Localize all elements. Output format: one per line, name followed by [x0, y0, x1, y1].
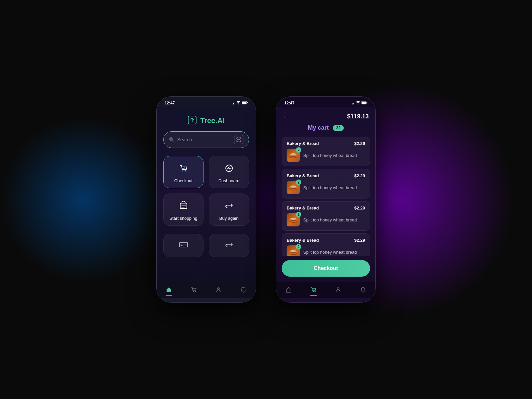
svg-rect-15 [362, 102, 366, 104]
cart-item-body: 2 Split top honey wheat bread [287, 149, 365, 162]
svg-point-7 [228, 168, 230, 169]
cart-item-qty: 2 [296, 180, 301, 185]
phone-cart: 12:47 ▲ [276, 96, 376, 303]
svg-point-37 [313, 291, 314, 292]
cart-item-body: 2 Split top honey wheat bread [287, 181, 365, 194]
partial-item-1 [163, 234, 203, 257]
svg-point-39 [337, 288, 339, 290]
cart-item-product-name: Split top honey wheat bread [303, 217, 357, 222]
status-bar-home: 12:47 ▲ [157, 97, 256, 107]
buy-again-icon [224, 200, 234, 212]
svg-rect-16 [367, 102, 367, 103]
nav-home-cart[interactable] [285, 286, 292, 293]
bottom-nav-cart [276, 282, 375, 298]
svg-rect-1 [242, 102, 246, 104]
battery-icon-cart [361, 101, 367, 105]
cart-item: Bakery & Bread $2.29 [282, 201, 370, 231]
svg-point-35 [291, 250, 296, 252]
home-screen-content: Tree.AI 🔍 Search [157, 107, 256, 298]
status-icons-home: ▲ [232, 101, 248, 105]
svg-rect-10 [181, 245, 183, 246]
checkout-menu-item[interactable]: Checkout [163, 156, 203, 188]
nav-cart-home[interactable] [191, 286, 197, 293]
nav-notif-home[interactable] [240, 286, 247, 293]
cart-item-price: $2.29 [354, 173, 365, 178]
cart-item-image-wrapper: 2 [287, 181, 300, 194]
bottom-nav-home [157, 282, 256, 298]
cart-item-qty: 2 [296, 244, 301, 249]
back-button[interactable]: ← [283, 113, 290, 120]
svg-point-30 [291, 218, 296, 220]
svg-rect-36 [291, 252, 296, 253]
partial-card-icon [179, 241, 188, 250]
svg-rect-9 [180, 242, 188, 247]
cart-item-qty: 2 [296, 147, 301, 153]
svg-point-20 [291, 153, 296, 155]
cart-item-category: Bakery & Bread [287, 173, 319, 178]
search-bar[interactable]: 🔍 Search [163, 131, 249, 148]
status-bar-cart: 12:47 ▲ [276, 97, 375, 107]
nav-profile-home[interactable] [215, 286, 222, 293]
nav-cart-cart[interactable] [310, 286, 317, 293]
cart-item-product-name: Split top honey wheat bread [303, 185, 357, 190]
checkout-button[interactable]: Checkout [282, 260, 370, 277]
cart-title-row: My cart 22 [276, 123, 375, 137]
checkout-icon [178, 163, 189, 175]
phones-container: 12:47 ▲ [156, 96, 376, 303]
cart-item-header: Bakery & Bread $2.29 [287, 205, 365, 210]
cart-item-image-wrapper: 2 [287, 213, 300, 226]
cart-item-category: Bakery & Bread [287, 205, 319, 210]
cart-item-product-name: Split top honey wheat bread [303, 153, 357, 158]
svg-rect-26 [291, 188, 296, 189]
cart-item-header: Bakery & Bread $2.29 [287, 141, 365, 146]
cart-count-badge: 22 [333, 125, 344, 131]
cart-item-category: Bakery & Bread [287, 238, 319, 243]
svg-rect-2 [247, 102, 248, 103]
wifi-icon [236, 101, 240, 105]
dashboard-icon [224, 163, 234, 175]
svg-point-5 [185, 171, 186, 172]
buy-again-menu-item[interactable]: Buy again [209, 194, 249, 226]
dashboard-label: Dashboard [218, 178, 240, 183]
start-shopping-menu-item[interactable]: Start shopping [163, 194, 203, 226]
signal-icon-cart: ▲ [351, 101, 355, 105]
start-shopping-icon [178, 200, 189, 212]
cart-item-price: $2.29 [354, 238, 365, 243]
svg-point-4 [182, 171, 183, 172]
wifi-icon-cart [356, 101, 360, 105]
cart-item-category: Bakery & Bread [287, 141, 319, 146]
battery-icon [242, 101, 248, 105]
svg-rect-31 [291, 220, 296, 221]
status-time-home: 12:47 [165, 101, 175, 105]
svg-point-12 [195, 291, 196, 292]
search-icon: 🔍 [169, 137, 175, 142]
nav-notif-cart[interactable] [360, 286, 366, 293]
buy-again-label: Buy again [219, 216, 239, 221]
svg-point-38 [315, 291, 316, 292]
cart-header: ← $119.13 [276, 107, 375, 123]
cart-item-image-wrapper: 2 [287, 149, 300, 162]
cart-item-header: Bakery & Bread $2.29 [287, 173, 365, 178]
cart-item-body: 2 Split top honey wheat bread [287, 245, 365, 256]
cart-item: Bakery & Bread $2.29 [282, 233, 370, 256]
status-time-cart: 12:47 [284, 101, 295, 105]
bg-glow-left [0, 116, 166, 283]
scan-icon[interactable] [234, 135, 243, 144]
svg-point-13 [217, 288, 219, 290]
dashboard-menu-item[interactable]: Dashboard [209, 156, 249, 188]
nav-profile-cart[interactable] [335, 286, 341, 293]
cart-item: Bakery & Bread $2.29 [282, 169, 370, 199]
status-icons-cart: ▲ [351, 101, 367, 105]
app-header: Tree.AI [157, 107, 256, 131]
cart-item-product-name: Split top honey wheat bread [303, 250, 357, 255]
cart-item: Bakery & Bread $2.29 [282, 137, 370, 166]
svg-point-11 [193, 291, 194, 292]
checkout-label: Checkout [174, 178, 193, 183]
svg-point-25 [291, 186, 296, 188]
cart-title: My cart [308, 124, 329, 131]
cart-item-price: $2.29 [354, 205, 365, 210]
partial-refresh-icon [224, 240, 234, 251]
nav-home[interactable] [166, 286, 172, 293]
cart-item-qty: 2 [296, 212, 301, 217]
app-title: Tree.AI [200, 116, 224, 125]
